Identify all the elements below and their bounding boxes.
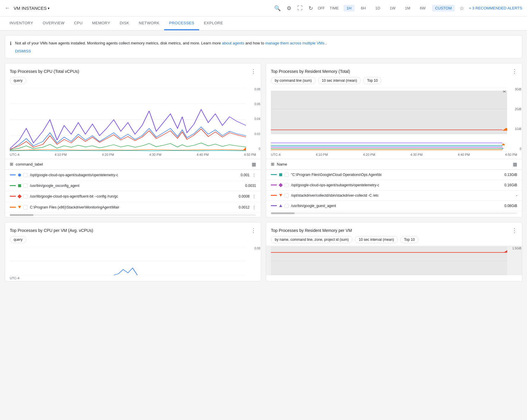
y-label-0: 0.08: [248, 88, 260, 91]
legend-checkbox-1[interactable]: [23, 173, 28, 177]
memory-per-vm-chart-title: Top Processes by Resident Memory per VM: [271, 228, 352, 233]
legend-color-4: [10, 207, 16, 208]
memory-legend-view-toggle[interactable]: ▦: [513, 161, 517, 167]
mem-legend-label-1: "C:\Program Files\Google\Cloud Operation…: [291, 173, 497, 177]
mem-legend-shape-4: [279, 204, 282, 207]
memory-interval-chip[interactable]: 10 sec interval (mean): [318, 77, 361, 84]
cpu-total-x-axis: UTC-4 4:10 PM 4:20 PM 4:30 PM 4:40 PM 4:…: [5, 152, 261, 158]
row-menu-3[interactable]: ⋮: [252, 194, 256, 199]
cpu-total-chart-header: Top Processes by CPU (Total vCPUs) ⋮: [5, 63, 261, 77]
y-label-3: 0.02: [248, 132, 260, 136]
time-1h-button[interactable]: 1H: [344, 5, 354, 12]
memory-per-vm-chip-2[interactable]: 10 sec interval (mean): [355, 236, 398, 243]
memory-per-vm-svg: [271, 247, 507, 275]
alert-text: Not all of your VMs have agents installe…: [15, 40, 327, 47]
charts-grid: Top Processes by CPU (Total vCPUs) ⋮ que…: [5, 63, 522, 281]
memory-legend-header-text: Name: [277, 162, 510, 166]
refresh-icon[interactable]: ↻: [307, 4, 314, 13]
memory-total-more-button[interactable]: ⋮: [512, 68, 517, 75]
time-6w-button[interactable]: 6W: [417, 5, 429, 12]
time-6h-button[interactable]: 6H: [358, 5, 369, 12]
search-icon[interactable]: 🔍: [273, 4, 282, 13]
tab-processes[interactable]: PROCESSES: [164, 17, 199, 30]
about-agents-link[interactable]: about agents: [222, 41, 244, 45]
tab-memory[interactable]: MEMORY: [87, 17, 115, 30]
memory-top10-chip[interactable]: Top 10: [363, 77, 381, 84]
memory-scrollbar[interactable]: [271, 212, 517, 214]
main-content: Top Processes by CPU (Total vCPUs) ⋮ que…: [0, 63, 527, 286]
legend-shape-3: [17, 194, 22, 198]
memory-per-vm-more-button[interactable]: ⋮: [512, 227, 517, 234]
cpu-per-vm-query-chip[interactable]: query: [10, 236, 26, 243]
memory-legend-row-4: /usr/bin/google_guest_agent 0.08GiB: [266, 201, 522, 211]
tab-cpu[interactable]: CPU: [69, 17, 87, 30]
time-custom-button[interactable]: CUSTOM: [432, 5, 455, 12]
memory-total-chips: by command line (sum) 10 sec interval (m…: [266, 77, 522, 86]
legend-checkbox-2[interactable]: [23, 184, 28, 188]
legend-checkbox-3[interactable]: [23, 194, 28, 198]
cpu-query-chip[interactable]: query: [10, 77, 26, 84]
svg-text:×: ×: [502, 89, 506, 94]
tab-overview[interactable]: OVERVIEW: [38, 17, 69, 30]
legend-shape-4: [18, 206, 21, 209]
mem-y-label-0: 3GiB: [510, 88, 521, 91]
back-button[interactable]: ←: [5, 5, 10, 11]
dismiss-button[interactable]: DISMISS: [15, 49, 327, 53]
tab-explore[interactable]: EXPLORE: [199, 17, 228, 30]
memory-cmd-chip[interactable]: by command line (sum): [271, 77, 316, 84]
cpu-per-vm-more-button[interactable]: ⋮: [251, 227, 256, 234]
legend-shape-2: [18, 184, 21, 187]
fullscreen-icon[interactable]: ⛶: [296, 4, 304, 12]
memory-legend-row-1: "C:\Program Files\Google\Cloud Operation…: [266, 170, 522, 180]
mem-y-label-1: 2GiB: [510, 108, 521, 111]
memory-total-chart-title: Top Processes by Resident Memory (Total): [271, 69, 350, 74]
manage-vms-link[interactable]: manage them across multiple VMs: [265, 41, 324, 45]
mem-legend-color-4: [271, 205, 277, 206]
y-label-1: 0.06: [248, 102, 260, 106]
memory-legend-row-3: /opt/stackdriver/collectd/sbin/stackdriv…: [266, 190, 522, 201]
memory-per-vm-chart-header: Top Processes by Resident Memory per VM …: [266, 222, 522, 236]
svg-text:+: +: [501, 147, 504, 150]
mem-legend-checkbox-2[interactable]: [285, 183, 289, 187]
star-icon[interactable]: ☆: [458, 4, 465, 13]
mem-legend-checkbox-4[interactable]: [285, 204, 289, 208]
memory-legend-row-2: /opt/google-cloud-ops-agent/subagents/op…: [266, 180, 522, 190]
cpu-per-vm-chart-header: Top Processes by CPU per VM (Avg. vCPUs)…: [5, 222, 261, 236]
legend-row-1: /opt/google-cloud-ops-agent/subagents/op…: [5, 170, 261, 181]
cpu-total-chips: query: [5, 77, 261, 86]
memory-per-vm-chip-1[interactable]: by name, command line, zone, project id …: [271, 236, 352, 243]
mem-legend-value-3: -: [499, 193, 517, 198]
tab-disk[interactable]: DISK: [115, 17, 134, 30]
cpu-total-chart-title: Top Processes by CPU (Total vCPUs): [10, 69, 79, 74]
cpu-legend-header: ⊞ command_label ▦: [5, 159, 261, 170]
cpu-total-chart-card: Top Processes by CPU (Total vCPUs) ⋮ que…: [5, 63, 261, 217]
legend-value-2: 0.0031: [238, 184, 256, 188]
row-menu-1[interactable]: ⋮: [252, 173, 256, 177]
memory-per-vm-chip-3[interactable]: Top 10: [400, 236, 419, 243]
tab-inventory[interactable]: INVENTORY: [5, 17, 38, 30]
legend-checkbox-4[interactable]: [23, 205, 28, 209]
mem-y-label-3: 0: [510, 147, 521, 150]
cpu-total-more-button[interactable]: ⋮: [251, 68, 256, 75]
mem-legend-checkbox-3[interactable]: [285, 193, 289, 198]
row-menu-4[interactable]: ⋮: [252, 205, 256, 210]
alert-banner: ℹ Not all of your VMs have agents instal…: [5, 35, 522, 58]
recommended-alerts-button[interactable]: + 3 RECOMMENDED ALERTS: [469, 6, 522, 10]
mem-legend-checkbox-1[interactable]: [285, 173, 289, 177]
cpu-total-legend: ⊞ command_label ▦ /opt/google-cloud-ops-…: [5, 159, 261, 213]
mem-legend-label-4: /usr/bin/google_guest_agent: [291, 204, 497, 208]
title-dropdown-arrow[interactable]: ▾: [48, 6, 49, 10]
time-1d-button[interactable]: 1D: [372, 5, 383, 12]
mem-legend-color-1: [271, 174, 277, 175]
memory-per-vm-chart-card: Top Processes by Resident Memory per VM …: [266, 222, 522, 281]
memory-total-chart-header: Top Processes by Resident Memory (Total)…: [266, 63, 522, 77]
time-1m-button[interactable]: 1M: [402, 5, 413, 12]
settings-icon[interactable]: ⚙: [285, 4, 293, 13]
cpu-scrollbar[interactable]: [10, 214, 256, 216]
legend-view-toggle[interactable]: ▦: [252, 161, 256, 167]
legend-color-3: [10, 196, 16, 197]
time-1w-button[interactable]: 1W: [387, 5, 399, 12]
cpu-total-svg: [10, 88, 246, 152]
tab-network[interactable]: NETWORK: [134, 17, 164, 30]
mem-legend-shape-3: [279, 194, 282, 197]
